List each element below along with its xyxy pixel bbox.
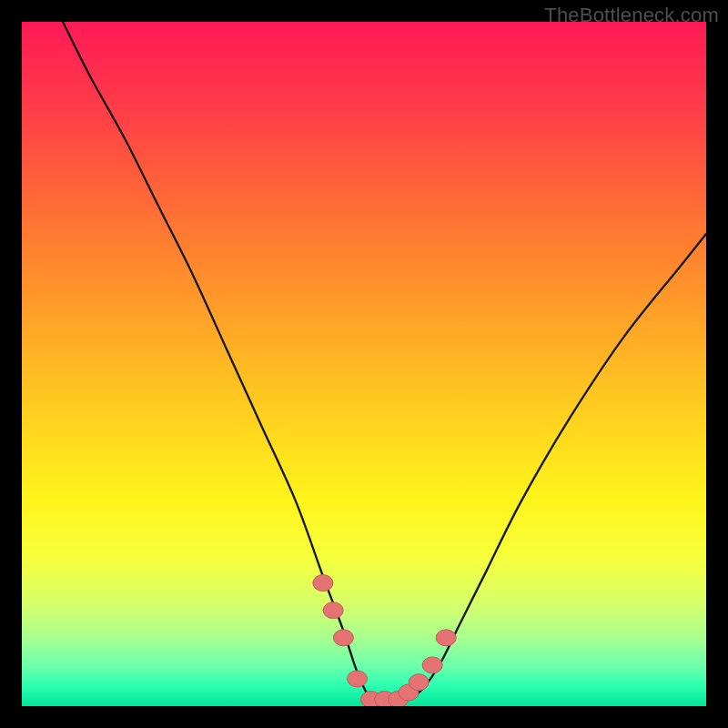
highlight-marker (389, 692, 409, 707)
highlight-marker (422, 657, 442, 673)
highlight-marker (361, 692, 381, 707)
bottleneck-curve-svg (22, 22, 706, 706)
highlight-marker (333, 630, 353, 646)
highlight-marker (399, 684, 419, 701)
marker-group (313, 575, 456, 706)
highlight-marker (348, 671, 368, 687)
highlight-marker (375, 692, 395, 707)
highlight-marker (409, 674, 429, 691)
chart-plot-area (22, 22, 706, 706)
highlight-marker (313, 575, 333, 592)
highlight-marker (323, 602, 343, 619)
bottleneck-curve-path (63, 22, 706, 702)
watermark-text: TheBottleneck.com (544, 4, 719, 27)
highlight-marker (436, 630, 456, 646)
